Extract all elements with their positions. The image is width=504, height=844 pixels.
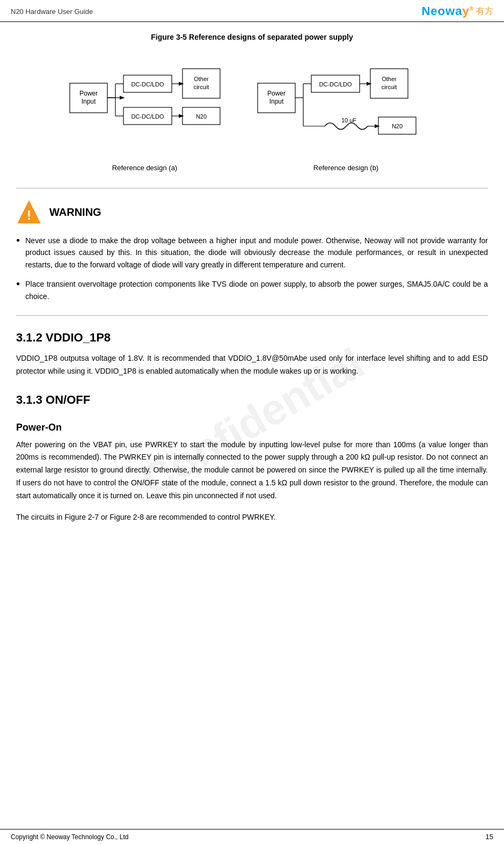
svg-text:N20: N20 <box>195 113 206 120</box>
diagram-a-svg: Power Input DC-DC/LDO Other circuit <box>67 51 223 158</box>
document-title: N20 Hardware User Guide <box>11 8 93 16</box>
divider-1 <box>16 188 488 188</box>
svg-text:Other: Other <box>382 76 397 82</box>
svg-text:Power: Power <box>267 90 285 97</box>
svg-text:DC-DC/LDO: DC-DC/LDO <box>131 81 164 88</box>
svg-text:circuit: circuit <box>193 84 209 90</box>
logo-chinese: 有方 <box>476 6 493 17</box>
svg-text:Input: Input <box>269 98 283 105</box>
svg-text:Power: Power <box>79 90 97 97</box>
section-3-1-2-para-1: VDDIO_1P8 outputsa voltage of 1.8V. It i… <box>16 352 488 378</box>
svg-text:circuit: circuit <box>381 84 397 90</box>
warning-icon: ! <box>16 199 42 225</box>
figure-label: Figure 3-5 <box>151 33 187 41</box>
diagram-b-svg: Power Input DC-DC/LDO Other <box>255 51 437 158</box>
svg-text:10 uF: 10 uF <box>341 117 356 123</box>
page-header: N20 Hardware User Guide Neoway® 有方 <box>0 0 504 22</box>
power-on-heading: Power-On <box>16 422 488 433</box>
page-number: 15 <box>486 833 493 841</box>
power-on-para-2: The circuits in Figure 2-7 or Figure 2-8… <box>16 511 488 524</box>
warning-text-1: Never use a diode to make the drop volta… <box>25 235 488 271</box>
warning-block: ! WARNING <box>16 199 488 225</box>
copyright: Copyright © Neoway Technology Co., Ltd <box>11 833 128 841</box>
diagram-a-label: Reference design (a) <box>112 164 177 172</box>
warning-bullet-1: Never use a diode to make the drop volta… <box>16 235 488 271</box>
svg-text:Input: Input <box>81 98 96 105</box>
figure-description: Reference designs of separated power sup… <box>189 33 353 41</box>
warning-list: Never use a diode to make the drop volta… <box>16 235 488 302</box>
logo: Neoway® 有方 <box>421 4 493 18</box>
logo-neoway: Neoway® <box>421 4 474 18</box>
page-content: Figure 3-5 Reference designs of separate… <box>0 22 504 543</box>
diagram-b: Power Input DC-DC/LDO Other <box>255 51 437 172</box>
page-footer: Copyright © Neoway Technology Co., Ltd 1… <box>0 829 504 844</box>
svg-text:DC-DC/LDO: DC-DC/LDO <box>131 113 164 120</box>
diagram-b-label: Reference design (b) <box>313 164 378 172</box>
figure-title: Figure 3-5 Reference designs of separate… <box>16 33 488 41</box>
warning-title: WARNING <box>49 199 101 225</box>
diagrams-row: Power Input DC-DC/LDO Other circuit <box>16 51 488 172</box>
divider-2 <box>16 315 488 316</box>
diagram-a: Power Input DC-DC/LDO Other circuit <box>67 51 223 172</box>
svg-text:Other: Other <box>194 76 209 82</box>
svg-text:DC-DC/LDO: DC-DC/LDO <box>319 81 352 88</box>
svg-text:N20: N20 <box>391 123 402 129</box>
section-3-1-2-heading: 3.1.2 VDDIO_1P8 <box>16 331 488 345</box>
svg-text:!: ! <box>27 208 31 222</box>
warning-text-2: Place transient overvoltage protection c… <box>25 278 488 302</box>
section-3-1-3-heading: 3.1.3 ON/OFF <box>16 393 488 407</box>
figure-3-5: Figure 3-5 Reference designs of separate… <box>16 33 488 172</box>
warning-bullet-2: Place transient overvoltage protection c… <box>16 278 488 302</box>
power-on-para-1: After powering on the VBAT pin, use PWRK… <box>16 439 488 503</box>
